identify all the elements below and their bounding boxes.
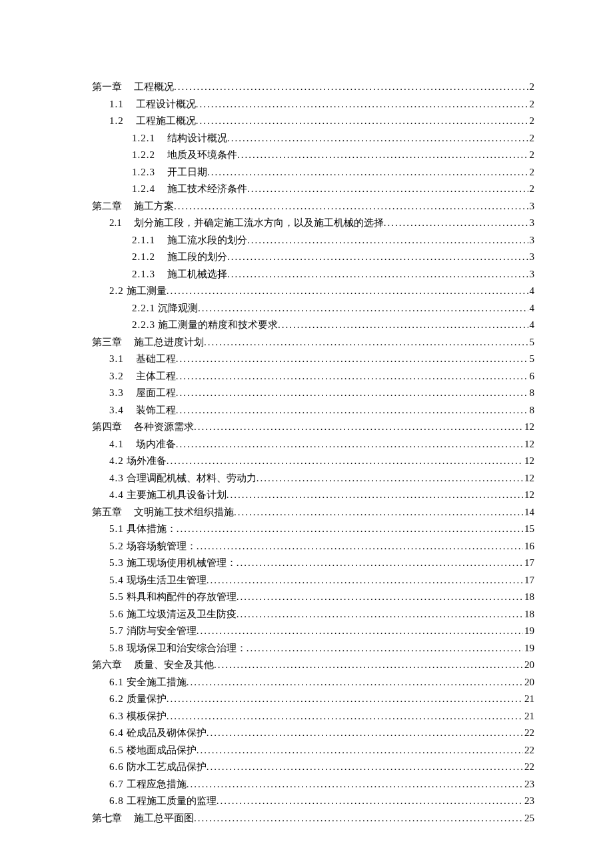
toc-entry[interactable]: 1.2.4施工技术经济条件2 (92, 181, 534, 198)
toc-leader-dots (176, 402, 528, 419)
toc-entry[interactable]: 4.4主要施工机具设备计划12 (92, 487, 534, 504)
toc-entry-page: 8 (528, 385, 535, 402)
toc-entry[interactable]: 第六章质量、安全及其他20 (92, 657, 534, 674)
toc-entry-title: 工程施工质量的监理 (127, 793, 217, 810)
toc-entry[interactable]: 4.2场外准备12 (92, 453, 534, 470)
toc-entry-page: 22 (523, 725, 534, 742)
toc-leader-dots (196, 113, 528, 130)
toc-entry-page: 12 (523, 436, 534, 453)
toc-entry[interactable]: 2.2.3施工测量的精度和技术要求4 (92, 317, 534, 334)
toc-entry[interactable]: 2.1.1施工流水段的划分3 (92, 232, 534, 249)
toc-entry[interactable]: 3.3屋面工程8 (92, 385, 534, 402)
toc-leader-dots (257, 470, 523, 487)
toc-entry-title: 防水工艺成品保护 (127, 759, 207, 776)
toc-entry[interactable]: 3.1基础工程5 (92, 351, 534, 368)
toc-leader-dots (217, 793, 523, 810)
toc-entry[interactable]: 6.1安全施工措施20 (92, 674, 534, 691)
toc-entry-title: 合理调配机械、材料、劳动力 (127, 470, 257, 487)
toc-entry-title: 沉降观测 (158, 300, 198, 317)
toc-entry[interactable]: 3.4装饰工程8 (92, 402, 534, 419)
toc-entry[interactable]: 1.1工程设计概况2 (92, 96, 534, 113)
toc-entry-title: 模板保护 (127, 708, 167, 725)
toc-entry[interactable]: 6.2质量保护21 (92, 691, 534, 708)
toc-entry[interactable]: 6.4砼成品及砌体保护22 (92, 725, 534, 742)
toc-entry[interactable]: 2.2.1沉降观测4 (92, 300, 534, 317)
toc-entry-title: 屋面工程 (136, 385, 176, 402)
toc-entry[interactable]: 1.2.1结构设计概况2 (92, 130, 534, 147)
toc-entry[interactable]: 5.2场容场貌管理：16 (92, 538, 534, 555)
toc-entry-label: 第五章 (92, 504, 122, 521)
toc-entry[interactable]: 5.5料具和构配件的存放管理18 (92, 589, 534, 606)
toc-entry[interactable]: 2.1.3施工机械选择3 (92, 266, 534, 283)
toc-entry-title: 现场生活卫生管理 (127, 572, 207, 589)
toc-leader-dots (227, 130, 528, 147)
toc-leader-dots (207, 572, 523, 589)
toc-entry[interactable]: 4.1场内准备12 (92, 436, 534, 453)
toc-entry[interactable]: 6.8工程施工质量的监理23 (92, 793, 534, 810)
toc-entry[interactable]: 1.2工程施工概况2 (92, 113, 534, 130)
toc-leader-dots (207, 759, 523, 776)
toc-entry-title: 地质及环境条件 (167, 147, 237, 164)
toc-leader-dots (176, 351, 528, 368)
toc-entry-page: 6 (528, 368, 535, 385)
toc-entry[interactable]: 第四章各种资源需求12 (92, 419, 534, 436)
toc-entry[interactable]: 1.2.2地质及环境条件2 (92, 147, 534, 164)
toc-entry-page: 2 (528, 79, 535, 96)
toc-entry-page: 3 (528, 215, 535, 232)
toc-entry[interactable]: 第二章施工方案3 (92, 198, 534, 215)
toc-entry[interactable]: 5.8现场保卫和治安综合治理：19 (92, 640, 534, 657)
toc-entry-title: 场内准备 (136, 436, 176, 453)
toc-entry-label: 6.3 (109, 708, 124, 725)
toc-entry-label: 1.1 (109, 96, 124, 113)
toc-entry-title: 施工机械选择 (167, 266, 227, 283)
toc-leader-dots (204, 334, 528, 351)
toc-entry-label: 4.1 (109, 436, 124, 453)
toc-leader-dots (247, 232, 528, 249)
toc-entry-title: 工程应急措施 (127, 776, 187, 793)
toc-entry[interactable]: 3.2主体工程6 (92, 368, 534, 385)
toc-entry[interactable]: 2.1.2施工段的划分3 (92, 249, 534, 266)
toc-leader-dots (197, 623, 523, 640)
toc-entry-label: 第四章 (92, 419, 122, 436)
toc-entry-label: 3.1 (109, 351, 124, 368)
toc-entry-page: 3 (528, 249, 535, 266)
toc-entry-label: 5.8 (109, 640, 124, 657)
toc-entry[interactable]: 2.2施工测量4 (92, 283, 534, 300)
toc-leader-dots (237, 147, 528, 164)
toc-entry-page: 3 (528, 266, 535, 283)
toc-leader-dots (207, 725, 523, 742)
toc-entry-title: 工程概况 (134, 79, 174, 96)
toc-entry-label: 6.2 (109, 691, 124, 708)
toc-entry-page: 5 (528, 351, 535, 368)
toc-entry[interactable]: 4.3合理调配机械、材料、劳动力12 (92, 470, 534, 487)
toc-entry-title: 划分施工段，并确定施工流水方向，以及施工机械的选择 (134, 215, 384, 232)
toc-entry-label: 1.2.4 (132, 181, 155, 198)
toc-entry[interactable]: 1.2.3开工日期2 (92, 164, 534, 181)
toc-entry-label: 1.2.3 (132, 164, 155, 181)
toc-entry[interactable]: 6.6防水工艺成品保护22 (92, 759, 534, 776)
toc-entry[interactable]: 5.4现场生活卫生管理17 (92, 572, 534, 589)
toc-entry-title: 施工现场使用机械管理： (127, 555, 237, 572)
toc-entry-title: 场外准备 (127, 453, 167, 470)
toc-entry-label: 6.4 (109, 725, 124, 742)
toc-entry-title: 现场保卫和治安综合治理： (127, 640, 247, 657)
toc-leader-dots (384, 215, 528, 232)
toc-entry[interactable]: 2.1划分施工段，并确定施工流水方向，以及施工机械的选择3 (92, 215, 534, 232)
toc-entry-title: 砼成品及砌体保护 (127, 725, 207, 742)
toc-leader-dots (247, 181, 528, 198)
toc-entry[interactable]: 第三章施工总进度计划5 (92, 334, 534, 351)
toc-entry[interactable]: 6.5楼地面成品保护22 (92, 742, 534, 759)
toc-entry-title: 主体工程 (136, 368, 176, 385)
toc-entry-page: 15 (523, 521, 534, 538)
toc-entry[interactable]: 第一章工程概况2 (92, 79, 534, 96)
toc-entry[interactable]: 5.7消防与安全管理19 (92, 623, 534, 640)
toc-entry[interactable]: 6.7工程应急措施23 (92, 776, 534, 793)
toc-entry-page: 14 (523, 504, 534, 521)
toc-entry[interactable]: 5.6施工垃圾清运及卫生防疫18 (92, 606, 534, 623)
toc-entry[interactable]: 6.3模板保护21 (92, 708, 534, 725)
toc-entry[interactable]: 5.3施工现场使用机械管理：17 (92, 555, 534, 572)
toc-entry[interactable]: 第五章文明施工技术组织措施14 (92, 504, 534, 521)
toc-entry-title: 施工技术经济条件 (167, 181, 247, 198)
toc-entry[interactable]: 第七章施工总平面图25 (92, 810, 534, 827)
toc-entry[interactable]: 5.1具体措施：15 (92, 521, 534, 538)
